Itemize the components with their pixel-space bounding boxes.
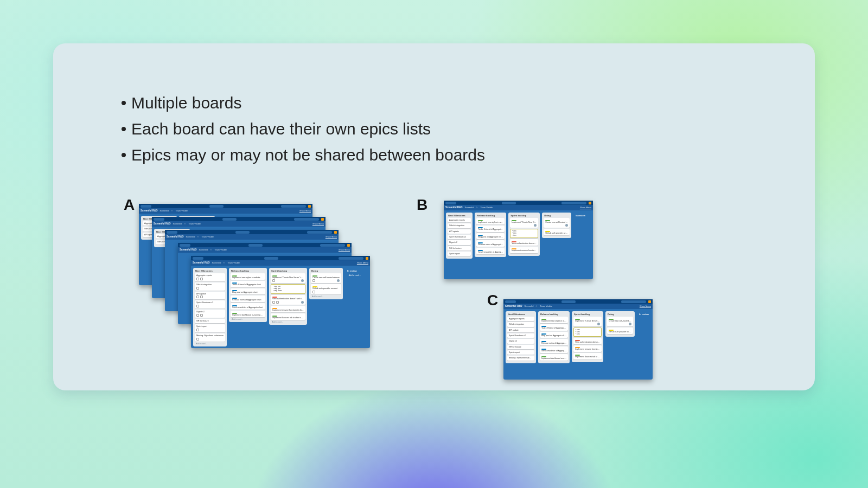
board-c: Screenful R&DScreenful☆Team VisibleShow … [503, 299, 653, 380]
bullet-item: •Epics may or may not be shared between … [116, 142, 485, 168]
slide-card: •Multiple boards •Each board can have th… [53, 43, 815, 390]
board-topbar [191, 256, 370, 260]
board-header: Screenful R&DScreenful☆Team VisibleShow … [191, 260, 370, 266]
label-b: B [417, 196, 427, 214]
star-icon: ☆ [223, 262, 225, 265]
bullet-list: •Multiple boards •Each board can have th… [116, 90, 485, 168]
bullet-text: Epics may or may not be shared between b… [131, 146, 485, 164]
board-thumb-front: Screenful R&DScreenful☆Team VisibleShow … [191, 256, 370, 348]
bullet-item: •Multiple boards [116, 90, 485, 116]
list-milestones: Next Milestones Aggregate reports Github… [193, 268, 227, 346]
board-stack-a: Screenful R&DScreenful☆Team VisibleShow … [139, 204, 416, 361]
board-title: Screenful R&D [193, 261, 210, 264]
star-icon [366, 257, 368, 260]
bullet-text: Each board can have their own epics list… [131, 120, 431, 138]
bullet-text: Multiple boards [131, 94, 241, 112]
board-b: Screenful R&DScreenful☆Team VisibleShow … [444, 201, 593, 279]
list-doing: Doing Create new self-hosted release Git… [309, 268, 343, 299]
label-a: A [124, 196, 135, 214]
list-release: Release backlog Implement new styles in … [229, 268, 267, 322]
list-sprint: Sprint backlog Implement "Create New Ser… [269, 268, 307, 325]
show-menu-link[interactable]: Show Menu [357, 262, 368, 265]
board-columns: Next Milestones Aggregate reports Github… [191, 266, 370, 350]
bullet-item: •Each board can have their own epics lis… [116, 116, 485, 142]
gradient-background: •Multiple boards •Each board can have th… [0, 0, 868, 488]
label-c: C [487, 292, 498, 309]
list-review: In review Add a card… [345, 268, 368, 280]
